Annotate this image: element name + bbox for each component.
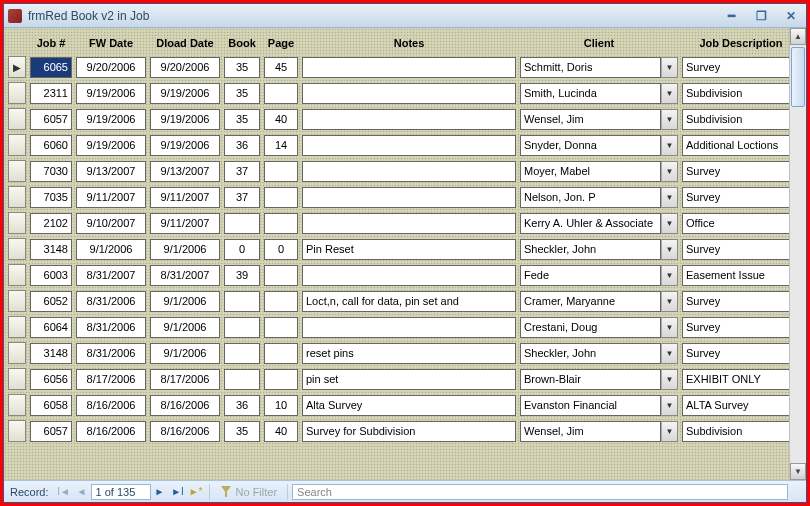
nav-prev-button[interactable]: ◄ (73, 483, 91, 501)
cell-description[interactable]: Survey (682, 291, 800, 312)
cell-client[interactable]: Moyer, Mabel (520, 161, 661, 182)
row-selector[interactable] (8, 134, 26, 156)
cell-book[interactable]: 37 (224, 161, 260, 182)
row-selector[interactable] (8, 160, 26, 182)
cell-job[interactable]: 6057 (30, 421, 72, 442)
col-header-job[interactable]: Job # (30, 37, 72, 49)
cell-job[interactable]: 3148 (30, 239, 72, 260)
client-dropdown-button[interactable]: ▼ (661, 57, 678, 78)
cell-fw-date[interactable]: 9/19/2006 (76, 109, 146, 130)
cell-description[interactable]: Easement Issue (682, 265, 800, 286)
client-dropdown-button[interactable]: ▼ (661, 239, 678, 260)
row-selector[interactable] (8, 264, 26, 286)
cell-dload-date[interactable]: 9/1/2006 (150, 317, 220, 338)
cell-dload-date[interactable]: 9/19/2006 (150, 135, 220, 156)
cell-book[interactable]: 35 (224, 83, 260, 104)
client-dropdown-button[interactable]: ▼ (661, 369, 678, 390)
row-selector[interactable] (8, 82, 26, 104)
cell-client[interactable]: Wensel, Jim (520, 421, 661, 442)
cell-description[interactable]: Survey (682, 187, 800, 208)
cell-notes[interactable] (302, 187, 516, 208)
col-header-description[interactable]: Job Description (682, 37, 800, 49)
cell-notes[interactable]: Loct,n, call for data, pin set and (302, 291, 516, 312)
search-input[interactable]: Search (292, 484, 788, 500)
cell-fw-date[interactable]: 9/11/2007 (76, 187, 146, 208)
cell-client[interactable]: Sheckler, John (520, 343, 661, 364)
cell-page[interactable] (264, 83, 298, 104)
cell-book[interactable] (224, 317, 260, 338)
cell-dload-date[interactable]: 9/1/2006 (150, 239, 220, 260)
cell-fw-date[interactable]: 8/16/2006 (76, 395, 146, 416)
cell-description[interactable]: Subdivision (682, 421, 800, 442)
row-selector[interactable] (8, 420, 26, 442)
cell-notes[interactable] (302, 213, 516, 234)
scroll-up-button[interactable]: ▲ (790, 28, 806, 45)
client-dropdown-button[interactable]: ▼ (661, 395, 678, 416)
cell-description[interactable]: Subdivision (682, 109, 800, 130)
cell-book[interactable]: 36 (224, 135, 260, 156)
client-dropdown-button[interactable]: ▼ (661, 291, 678, 312)
cell-client[interactable]: Kerry A. Uhler & Associate (520, 213, 661, 234)
restore-button[interactable]: ❐ (750, 8, 772, 24)
cell-dload-date[interactable]: 8/17/2006 (150, 369, 220, 390)
cell-job[interactable]: 7035 (30, 187, 72, 208)
cell-client[interactable]: Nelson, Jon. P (520, 187, 661, 208)
cell-page[interactable] (264, 317, 298, 338)
cell-fw-date[interactable]: 8/31/2006 (76, 317, 146, 338)
client-dropdown-button[interactable]: ▼ (661, 83, 678, 104)
cell-description[interactable]: Survey (682, 161, 800, 182)
cell-dload-date[interactable]: 8/16/2006 (150, 421, 220, 442)
cell-dload-date[interactable]: 9/19/2006 (150, 83, 220, 104)
client-dropdown-button[interactable]: ▼ (661, 343, 678, 364)
nav-next-button[interactable]: ► (151, 483, 169, 501)
cell-job[interactable]: 2102 (30, 213, 72, 234)
cell-fw-date[interactable]: 8/17/2006 (76, 369, 146, 390)
cell-fw-date[interactable]: 9/13/2007 (76, 161, 146, 182)
cell-book[interactable] (224, 291, 260, 312)
cell-description[interactable]: Survey (682, 317, 800, 338)
col-header-book[interactable]: Book (224, 37, 260, 49)
cell-book[interactable]: 0 (224, 239, 260, 260)
col-header-notes[interactable]: Notes (302, 37, 516, 49)
cell-notes[interactable] (302, 83, 516, 104)
cell-dload-date[interactable]: 9/11/2007 (150, 213, 220, 234)
record-position-input[interactable]: 1 of 135 (91, 484, 151, 500)
filter-indicator[interactable]: No Filter (214, 486, 284, 498)
cell-description[interactable]: Additional Loctions (682, 135, 800, 156)
cell-notes[interactable]: Pin Reset (302, 239, 516, 260)
row-selector[interactable] (8, 186, 26, 208)
cell-fw-date[interactable]: 8/31/2007 (76, 265, 146, 286)
cell-job[interactable]: 6060 (30, 135, 72, 156)
scroll-down-button[interactable]: ▼ (790, 463, 806, 480)
minimize-button[interactable]: ━ (720, 8, 742, 24)
cell-description[interactable]: Subdivision (682, 83, 800, 104)
row-selector[interactable] (8, 368, 26, 390)
cell-notes[interactable] (302, 109, 516, 130)
cell-dload-date[interactable]: 9/11/2007 (150, 187, 220, 208)
cell-page[interactable]: 40 (264, 421, 298, 442)
cell-notes[interactable]: Survey for Subdivision (302, 421, 516, 442)
cell-page[interactable] (264, 187, 298, 208)
cell-fw-date[interactable]: 8/31/2006 (76, 291, 146, 312)
cell-dload-date[interactable]: 9/1/2006 (150, 291, 220, 312)
cell-job[interactable]: 6064 (30, 317, 72, 338)
cell-job[interactable]: 6052 (30, 291, 72, 312)
col-header-client[interactable]: Client (520, 37, 678, 49)
client-dropdown-button[interactable]: ▼ (661, 317, 678, 338)
cell-book[interactable]: 37 (224, 187, 260, 208)
row-selector[interactable] (8, 290, 26, 312)
cell-client[interactable]: Fede (520, 265, 661, 286)
col-header-fw-date[interactable]: FW Date (76, 37, 146, 49)
cell-job[interactable]: 6057 (30, 109, 72, 130)
cell-dload-date[interactable]: 8/16/2006 (150, 395, 220, 416)
cell-book[interactable] (224, 369, 260, 390)
cell-page[interactable]: 40 (264, 109, 298, 130)
cell-description[interactable]: EXHIBIT ONLY (682, 369, 800, 390)
client-dropdown-button[interactable]: ▼ (661, 187, 678, 208)
client-dropdown-button[interactable]: ▼ (661, 135, 678, 156)
client-dropdown-button[interactable]: ▼ (661, 161, 678, 182)
cell-notes[interactable] (302, 265, 516, 286)
cell-notes[interactable]: Alta Survey (302, 395, 516, 416)
cell-fw-date[interactable]: 9/20/2006 (76, 57, 146, 78)
cell-notes[interactable]: reset pins (302, 343, 516, 364)
